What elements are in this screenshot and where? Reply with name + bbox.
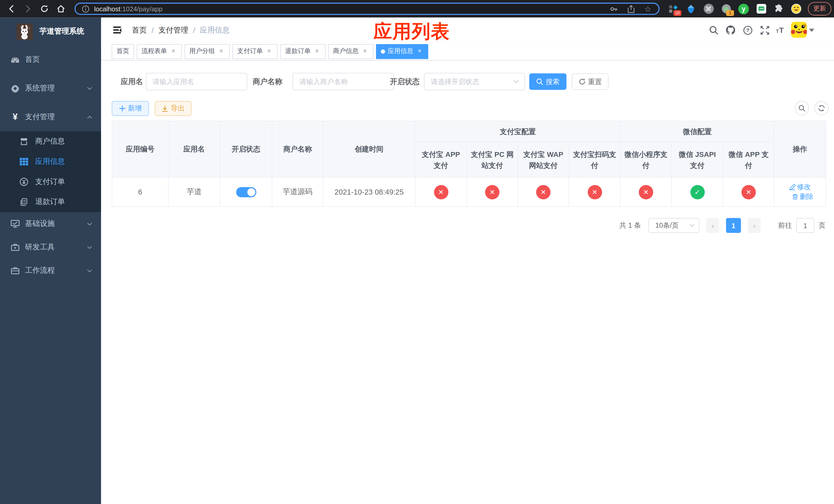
status-cross-icon: ✕ xyxy=(588,185,602,199)
ext-gem-icon[interactable] xyxy=(685,3,696,14)
app-logo-rabbit xyxy=(16,23,33,40)
pagination-total: 共 1 条 xyxy=(619,221,641,230)
sidebar-item-label: 基础设施 xyxy=(25,219,54,228)
help-icon[interactable]: ? xyxy=(743,25,752,35)
sidebar-item-app-info[interactable]: 应用信息 xyxy=(0,152,101,172)
export-button[interactable]: 导出 xyxy=(155,101,192,116)
ext-badge-count: 1 xyxy=(726,10,734,16)
chevron-down-icon xyxy=(87,268,93,274)
col-header-status: 开启状态 xyxy=(220,121,272,177)
status-toggle[interactable] xyxy=(236,187,256,197)
chevron-down-icon xyxy=(513,79,519,85)
breadcrumb-separator: / xyxy=(193,26,195,35)
toggle-search-button[interactable] xyxy=(795,101,809,115)
table-row: 6 芋道 芋道源码 2021-10-23 08:49:25 ✕ ✕ ✕ ✕ ✕ … xyxy=(112,177,826,207)
ext-recorder-icon[interactable]: 1 xyxy=(721,3,731,14)
sidebar-item-refund-orders[interactable]: 退款订单 xyxy=(0,192,101,212)
sidebar-collapse-icon[interactable] xyxy=(113,25,123,35)
close-icon[interactable]: × xyxy=(265,48,273,55)
merchant-name-label: 商户名称 xyxy=(253,77,282,87)
tag-payment-orders[interactable]: 支付订单× xyxy=(232,44,278,59)
next-page-button[interactable]: › xyxy=(748,218,761,233)
ext-command-icon[interactable]: ⌘ xyxy=(703,3,714,14)
page-size-select[interactable]: 10条/页 xyxy=(648,218,699,233)
extensions-puzzle-icon[interactable] xyxy=(773,3,784,14)
sidebar-item-dev-tools[interactable]: 研发工具 xyxy=(0,235,101,259)
close-icon[interactable]: × xyxy=(416,48,423,55)
tag-process-form[interactable]: 流程表单× xyxy=(137,44,182,59)
github-icon[interactable] xyxy=(725,25,736,35)
browser-back-icon[interactable] xyxy=(6,4,16,14)
sidebar-item-system[interactable]: 系统管理 xyxy=(0,74,101,102)
close-icon[interactable]: × xyxy=(313,48,321,55)
search-button[interactable]: 搜索 xyxy=(529,73,567,90)
close-icon[interactable]: × xyxy=(361,48,369,55)
site-info-icon[interactable] xyxy=(82,5,89,13)
sidebar: 芋道管理系统 首页 系统管理 ¥ 支付管理 xyxy=(0,18,101,504)
close-icon[interactable]: × xyxy=(170,48,177,55)
tag-home[interactable]: 首页 xyxy=(112,44,134,59)
font-size-icon[interactable]: TT xyxy=(775,25,786,35)
password-key-icon[interactable] xyxy=(610,5,618,13)
page-1-button[interactable]: 1 xyxy=(726,218,741,233)
breadcrumb: 首页 / 支付管理 / 应用信息 xyxy=(132,18,229,42)
delete-link[interactable]: 删除 xyxy=(792,192,813,202)
sidebar-item-workflow[interactable]: 工作流程 xyxy=(0,259,101,282)
add-button[interactable]: 新增 xyxy=(112,101,149,116)
status-check-icon: ✓ xyxy=(690,185,704,199)
address-bar[interactable]: localhost:1024/pay/app ☆ xyxy=(74,3,659,15)
status-cross-icon: ✕ xyxy=(485,185,499,199)
store-icon xyxy=(20,137,28,145)
edit-link[interactable]: 修改 xyxy=(789,182,811,192)
bookmark-star-icon[interactable]: ☆ xyxy=(644,5,652,13)
page-annotation-title: 应用列表 xyxy=(373,19,450,44)
status-cross-icon: ✕ xyxy=(536,185,551,199)
ext-chat-icon[interactable] xyxy=(756,3,766,14)
svg-text:T: T xyxy=(776,29,779,34)
avatar-caret-icon[interactable] xyxy=(809,29,814,32)
user-avatar[interactable] xyxy=(791,22,807,38)
sidebar-item-payment[interactable]: ¥ 支付管理 xyxy=(0,102,101,131)
ext-blocks-icon[interactable]: 10 xyxy=(668,3,679,14)
close-icon[interactable]: × xyxy=(218,48,225,55)
search-icon[interactable] xyxy=(708,25,719,35)
browser-forward-icon[interactable] xyxy=(23,4,32,14)
group-header-wechat: 微信配置 xyxy=(620,121,774,142)
sidebar-item-label: 退款订单 xyxy=(35,197,65,207)
sidebar-item-home[interactable]: 首页 xyxy=(0,45,101,74)
extensions-row: 10 ⌘ 1 y xyxy=(668,3,802,14)
sidebar-item-merchant-info[interactable]: 商户信息 xyxy=(0,131,101,152)
browser-home-icon[interactable] xyxy=(56,4,65,14)
reset-button[interactable]: 重置 xyxy=(572,73,609,90)
refresh-button[interactable] xyxy=(814,101,829,115)
tag-refund-orders[interactable]: 退款订单× xyxy=(280,44,326,59)
browser-update-button[interactable]: 更新 xyxy=(808,2,831,15)
merchant-name-input[interactable] xyxy=(293,73,394,90)
col-header-actions: 操作 xyxy=(774,121,826,177)
profile-emoji-avatar[interactable] xyxy=(791,3,802,14)
cell-actions: 修改 删除 xyxy=(774,177,826,207)
sidebar-item-label: 工作流程 xyxy=(25,266,54,275)
breadcrumb-payment[interactable]: 支付管理 xyxy=(158,25,188,35)
goto-label: 前往 xyxy=(778,221,792,230)
chevron-down-icon xyxy=(87,85,93,91)
cell-app-id: 6 xyxy=(112,177,169,207)
app-table: 应用编号 应用名 开启状态 商户名称 创建时间 支付宝配置 微信配置 操作 支付… xyxy=(112,121,826,207)
tag-merchant-info[interactable]: 商户信息× xyxy=(328,44,373,59)
app-name-input[interactable] xyxy=(146,73,247,90)
tag-app-info-active[interactable]: 应用信息× xyxy=(376,44,428,59)
share-icon[interactable] xyxy=(627,5,635,13)
sidebar-item-payment-orders[interactable]: 支付订单 xyxy=(0,172,101,192)
breadcrumb-home[interactable]: 首页 xyxy=(132,25,147,35)
tag-user-group[interactable]: 用户分组× xyxy=(185,44,230,59)
sidebar-item-label: 商户信息 xyxy=(35,137,65,146)
sidebar-item-infrastructure[interactable]: 基础设施 xyxy=(0,212,101,235)
fullscreen-icon[interactable] xyxy=(760,25,770,35)
browser-reload-icon[interactable] xyxy=(39,4,49,14)
ext-hackernews-y-icon[interactable]: y xyxy=(738,3,749,14)
status-select[interactable]: 请选择开启状态 xyxy=(424,73,525,90)
goto-page-input[interactable] xyxy=(796,218,814,233)
chevron-down-icon xyxy=(689,223,695,228)
prev-page-button[interactable]: ‹ xyxy=(706,218,719,233)
app-logo-row[interactable]: 芋道管理系统 xyxy=(0,18,101,45)
